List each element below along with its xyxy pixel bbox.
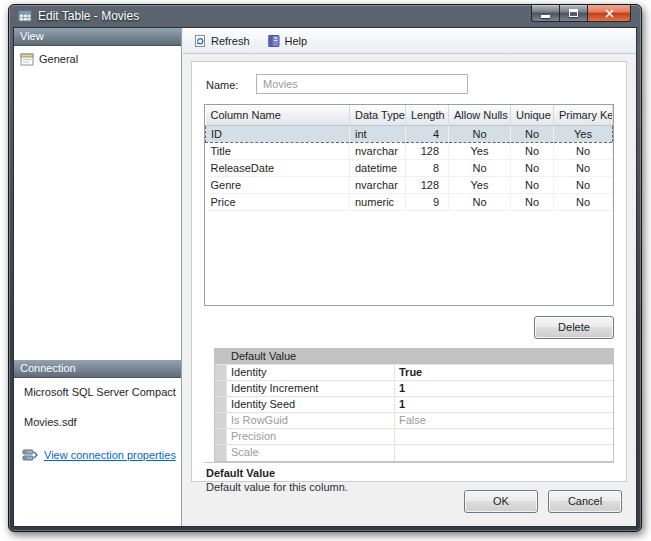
column-row-releasedate[interactable]: ReleaseDate datetime 8 No No No xyxy=(206,159,613,176)
cell-column-name[interactable]: ID xyxy=(206,125,350,142)
columns-grid: Column Name Data Type Length Allow Nulls… xyxy=(204,104,614,306)
property-row-scale[interactable]: Scale xyxy=(215,445,613,461)
cell-unique[interactable]: No xyxy=(511,159,554,176)
header-column-name[interactable]: Column Name xyxy=(206,105,350,125)
ok-button[interactable]: OK xyxy=(464,490,538,513)
main-area: Refresh Help Name: xyxy=(183,28,636,526)
header-primary-key[interactable]: Primary Key xyxy=(554,105,613,125)
maximize-icon xyxy=(569,9,578,17)
property-row-is-rowguid[interactable]: Is RowGuid False xyxy=(215,413,613,429)
cell-primary-key[interactable]: No xyxy=(554,193,613,210)
property-gutter xyxy=(215,445,227,461)
cell-allow-nulls[interactable]: No xyxy=(449,193,511,210)
property-row-identity[interactable]: Identity True xyxy=(215,365,613,381)
database-connection-icon xyxy=(22,448,38,462)
header-allow-nulls[interactable]: Allow Nulls xyxy=(449,105,511,125)
table-editor-panel: Name: Column Name Data Type L xyxy=(191,61,627,482)
sidebar-item-general[interactable]: General xyxy=(15,49,180,69)
edit-table-dialog: Edit Table - Movies View xyxy=(8,4,642,532)
cancel-button[interactable]: Cancel xyxy=(548,490,622,513)
connection-database-file: Movies.sdf xyxy=(24,416,77,428)
delete-button[interactable]: Delete xyxy=(534,316,614,339)
property-row-precision[interactable]: Precision xyxy=(215,429,613,445)
property-gutter xyxy=(215,429,227,444)
cell-column-name[interactable]: ReleaseDate xyxy=(206,159,350,176)
minimize-button[interactable] xyxy=(531,5,559,22)
cell-allow-nulls[interactable]: No xyxy=(449,159,511,176)
view-connection-properties-link[interactable]: View connection properties xyxy=(44,449,176,461)
cell-data-type[interactable]: nvarchar xyxy=(350,176,406,193)
sidebar: View General Connection Microsoft SQL Se… xyxy=(14,28,182,526)
client-area: View General Connection Microsoft SQL Se… xyxy=(13,27,637,527)
property-row-identity-seed[interactable]: Identity Seed 1 xyxy=(215,397,613,413)
property-gutter xyxy=(215,397,227,412)
property-label: Identity Increment xyxy=(227,381,395,396)
window-title: Edit Table - Movies xyxy=(38,9,139,23)
close-icon xyxy=(605,9,614,18)
header-length[interactable]: Length xyxy=(406,105,449,125)
maximize-button[interactable] xyxy=(559,5,587,22)
cell-length[interactable]: 9 xyxy=(406,193,449,210)
property-label: Scale xyxy=(227,445,395,461)
property-value[interactable]: True xyxy=(395,365,613,380)
property-description-title: Default Value xyxy=(206,467,612,479)
table-name-input[interactable] xyxy=(256,74,468,94)
column-row-id[interactable]: ID int 4 No No Yes xyxy=(206,125,613,142)
close-button[interactable] xyxy=(587,5,631,22)
column-row-title[interactable]: Title nvarchar 128 Yes No No xyxy=(206,142,613,159)
minimize-icon xyxy=(541,15,550,18)
cell-length[interactable]: 8 xyxy=(406,159,449,176)
cell-length[interactable]: 128 xyxy=(406,142,449,159)
property-row-identity-increment[interactable]: Identity Increment 1 xyxy=(215,381,613,397)
window-controls xyxy=(531,5,631,22)
property-label: Precision xyxy=(227,429,395,444)
titlebar[interactable]: Edit Table - Movies xyxy=(9,5,641,27)
name-label: Name: xyxy=(206,79,238,91)
cell-data-type[interactable]: int xyxy=(350,125,406,142)
cell-data-type[interactable]: nvarchar xyxy=(350,142,406,159)
cell-length[interactable]: 4 xyxy=(406,125,449,142)
refresh-button[interactable]: Refresh xyxy=(188,31,259,51)
connection-section-header: Connection xyxy=(14,360,181,378)
property-gutter xyxy=(215,365,227,380)
cell-primary-key[interactable]: No xyxy=(554,142,613,159)
cell-data-type[interactable]: numeric xyxy=(350,193,406,210)
property-value[interactable] xyxy=(395,349,613,364)
cell-column-name[interactable]: Title xyxy=(206,142,350,159)
cell-allow-nulls[interactable]: Yes xyxy=(449,176,511,193)
header-unique[interactable]: Unique xyxy=(511,105,554,125)
property-gutter xyxy=(215,381,227,396)
help-button[interactable]: Help xyxy=(262,31,317,51)
property-value[interactable]: 1 xyxy=(395,397,613,412)
column-row-genre[interactable]: Genre nvarchar 128 Yes No No xyxy=(206,176,613,193)
toolbar: Refresh Help xyxy=(183,28,636,54)
property-value xyxy=(395,445,613,461)
cell-primary-key[interactable]: Yes xyxy=(554,125,613,142)
cell-primary-key[interactable]: No xyxy=(554,176,613,193)
property-value[interactable]: 1 xyxy=(395,381,613,396)
cell-unique[interactable]: No xyxy=(511,142,554,159)
cell-allow-nulls[interactable]: No xyxy=(449,125,511,142)
property-label: Is RowGuid xyxy=(227,413,395,428)
cell-allow-nulls[interactable]: Yes xyxy=(449,142,511,159)
property-label: Default Value xyxy=(227,349,395,364)
cell-column-name[interactable]: Price xyxy=(206,193,350,210)
help-icon xyxy=(267,34,281,48)
property-gutter xyxy=(215,413,227,428)
cell-column-name[interactable]: Genre xyxy=(206,176,350,193)
property-value: False xyxy=(395,413,613,428)
cell-unique[interactable]: No xyxy=(511,176,554,193)
cell-length[interactable]: 128 xyxy=(406,176,449,193)
property-row-default-value[interactable]: Default Value xyxy=(215,349,613,365)
cell-primary-key[interactable]: No xyxy=(554,159,613,176)
connection-link-row: View connection properties xyxy=(22,448,176,462)
header-data-type[interactable]: Data Type xyxy=(350,105,406,125)
column-row-price[interactable]: Price numeric 9 No No No xyxy=(206,193,613,210)
cell-unique[interactable]: No xyxy=(511,125,554,142)
form-window-icon xyxy=(20,53,34,66)
refresh-label: Refresh xyxy=(211,35,250,47)
cell-unique[interactable]: No xyxy=(511,193,554,210)
window-icon xyxy=(18,9,32,23)
cell-data-type[interactable]: datetime xyxy=(350,159,406,176)
property-description: Default Value Default value for this col… xyxy=(204,462,614,493)
